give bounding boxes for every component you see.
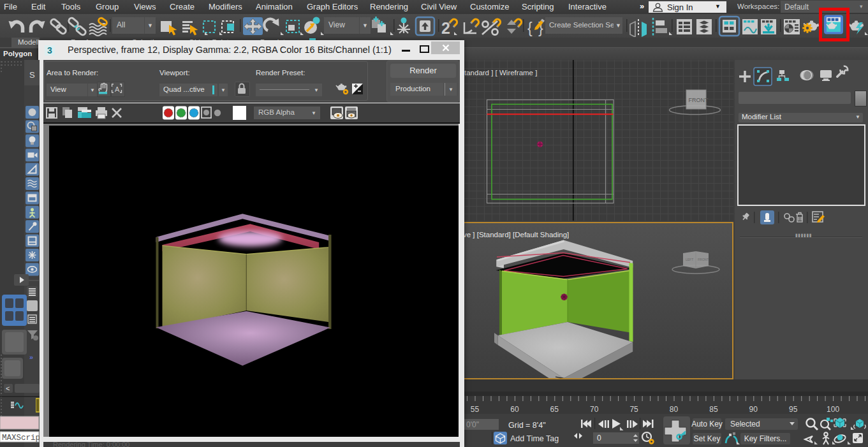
- svg-text:FRONT: FRONT: [689, 97, 709, 103]
- svg-text:Add Time Tag: Add Time Tag: [510, 434, 559, 443]
- svg-text:Auto Key: Auto Key: [691, 420, 723, 429]
- svg-text:0: 0: [597, 434, 601, 443]
- svg-text:60: 60: [510, 405, 519, 414]
- svg-text:80: 80: [670, 405, 679, 414]
- svg-text:FRONT: FRONT: [698, 258, 709, 261]
- svg-text:MAXScrip: MAXScrip: [2, 434, 40, 443]
- svg-text:Key Filters...: Key Filters...: [744, 434, 787, 443]
- svg-text:Grid = 8'4": Grid = 8'4": [508, 421, 546, 430]
- svg-text:Set Key: Set Key: [693, 434, 720, 443]
- svg-text:{: {: [527, 20, 533, 36]
- svg-text:90: 90: [749, 405, 758, 414]
- svg-text:95: 95: [789, 405, 798, 414]
- svg-text:2: 2: [441, 19, 450, 37]
- svg-text:S: S: [29, 70, 35, 80]
- svg-text:0'0": 0'0": [466, 420, 479, 429]
- svg-text:85: 85: [709, 405, 718, 414]
- svg-text:65: 65: [550, 405, 559, 414]
- svg-text:70: 70: [590, 405, 599, 414]
- svg-text:<: <: [6, 385, 10, 392]
- svg-text:55: 55: [471, 405, 480, 414]
- svg-text:LEFT: LEFT: [686, 258, 693, 261]
- svg-text:100: 100: [827, 405, 839, 414]
- svg-text:A: A: [115, 85, 120, 93]
- svg-text:»: »: [29, 353, 33, 361]
- svg-text:Selected: Selected: [730, 420, 760, 429]
- svg-text:75: 75: [629, 405, 638, 414]
